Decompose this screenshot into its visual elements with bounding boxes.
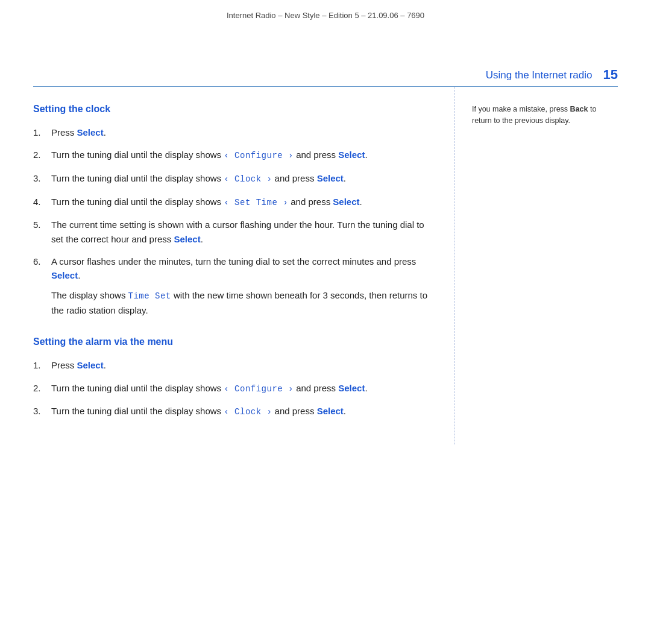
list-item-extra: The display shows Time Set with the new … — [51, 288, 436, 317]
list-content: Press Select. — [51, 125, 436, 139]
list-content: Turn the tuning dial until the display s… — [51, 381, 436, 396]
note-bold-back: Back — [570, 105, 588, 113]
select-label: Select — [317, 173, 344, 183]
left-column: Setting the clock 1. Press Select. 2. Tu… — [33, 87, 455, 444]
list-content: The current time setting is shown with a… — [51, 218, 436, 246]
right-column: If you make a mistake, press Back to ret… — [455, 87, 618, 444]
lcd-display-timeset: Time Set — [128, 291, 171, 301]
list-number: 6. — [33, 254, 51, 323]
list-number: 3. — [33, 404, 51, 419]
list-item: 5. The current time setting is shown wit… — [33, 218, 436, 246]
header-title-text: Internet Radio – New Style – Edition 5 –… — [227, 11, 424, 20]
select-label: Select — [338, 383, 365, 393]
section1-list: 1. Press Select. 2. Turn the tuning dial… — [33, 125, 436, 323]
list-number: 5. — [33, 218, 51, 246]
list-content: Turn the tuning dial until the display s… — [51, 404, 436, 419]
list-number: 2. — [33, 148, 51, 163]
main-content: Setting the clock 1. Press Select. 2. Tu… — [0, 87, 651, 444]
section2-heading: Setting the alarm via the menu — [33, 336, 436, 347]
list-number: 1. — [33, 125, 51, 139]
section2-list: 1. Press Select. 2. Turn the tuning dial… — [33, 358, 436, 419]
lcd-display-clock: ‹ Clock › — [224, 174, 272, 184]
list-content: Turn the tuning dial until the display s… — [51, 148, 436, 163]
lcd-display-clock2: ‹ Clock › — [224, 407, 272, 417]
note-text-before: If you make a mistake, press — [472, 105, 570, 113]
lcd-display-configure: ‹ Configure › — [224, 151, 294, 160]
select-label: Select — [317, 406, 344, 416]
page-header-title: Internet Radio – New Style – Edition 5 –… — [0, 0, 651, 26]
section-setting-alarm: Setting the alarm via the menu 1. Press … — [33, 336, 436, 419]
select-label: Select — [77, 360, 104, 370]
select-label: Select — [77, 127, 104, 137]
select-label: Select — [174, 234, 200, 244]
section-title: Using the Internet radio — [486, 69, 593, 81]
side-note: If you make a mistake, press Back to ret… — [472, 104, 618, 127]
list-number: 2. — [33, 381, 51, 396]
select-label: Select — [51, 270, 78, 280]
list-item: 4. Turn the tuning dial until the displa… — [33, 195, 436, 210]
page-number: 15 — [603, 68, 618, 81]
list-number: 4. — [33, 195, 51, 210]
section-header: Using the Internet radio 15 — [0, 50, 651, 86]
list-content: Turn the tuning dial until the display s… — [51, 171, 436, 186]
select-label: Select — [333, 197, 359, 207]
list-number: 1. — [33, 358, 51, 372]
lcd-display-configure2: ‹ Configure › — [224, 384, 294, 394]
list-number: 3. — [33, 171, 51, 186]
list-item: 1. Press Select. — [33, 358, 436, 372]
list-item: 2. Turn the tuning dial until the displa… — [33, 148, 436, 163]
list-item: 3. Turn the tuning dial until the displa… — [33, 171, 436, 186]
list-item: 3. Turn the tuning dial until the displa… — [33, 404, 436, 419]
list-content: A cursor flashes under the minutes, turn… — [51, 254, 436, 323]
select-label: Select — [338, 150, 365, 160]
section1-heading: Setting the clock — [33, 104, 436, 115]
section-setting-clock: Setting the clock 1. Press Select. 2. Tu… — [33, 104, 436, 323]
list-content: Press Select. — [51, 358, 436, 372]
list-item: 1. Press Select. — [33, 125, 436, 139]
list-item: 6. A cursor flashes under the minutes, t… — [33, 254, 436, 323]
lcd-display-settime: ‹ Set Time › — [224, 198, 288, 207]
list-content: Turn the tuning dial until the display s… — [51, 195, 436, 210]
list-item: 2. Turn the tuning dial until the displa… — [33, 381, 436, 396]
